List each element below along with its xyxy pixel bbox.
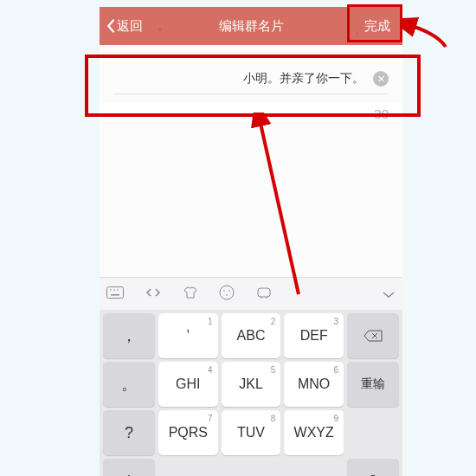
key-wxyz[interactable]: 9WXYZ (284, 410, 344, 455)
key-question[interactable]: ? (103, 410, 155, 455)
svg-rect-4 (111, 294, 119, 296)
nickname-input[interactable] (113, 72, 373, 86)
annotation-arrow-1 (402, 12, 454, 55)
page-title: 编辑群名片 (219, 18, 284, 35)
svg-point-1 (110, 289, 112, 291)
keyboard: ， 1' 2ABC 3DEF 。 4GHI 5JKL 6MNO 重输 ? 7PQ… (100, 310, 402, 476)
key-def[interactable]: 3DEF (284, 313, 344, 358)
svg-rect-0 (107, 286, 124, 298)
key-apostrophe[interactable]: 1' (158, 313, 218, 358)
key-zero[interactable]: 0 (347, 459, 399, 476)
code-icon[interactable] (145, 286, 162, 302)
svg-point-2 (113, 289, 115, 291)
key-period[interactable]: 。 (103, 362, 155, 407)
key-comma[interactable]: ， (103, 313, 155, 358)
key-jkl[interactable]: 5JKL (222, 362, 281, 407)
svg-point-6 (223, 290, 225, 292)
key-abc[interactable]: 2ABC (222, 313, 281, 358)
keyboard-icon[interactable] (106, 286, 124, 302)
svg-point-8 (226, 294, 228, 296)
input-area: ✕ (100, 45, 402, 103)
key-mno[interactable]: 6MNO (284, 362, 344, 407)
back-button[interactable]: 返回 (100, 18, 143, 35)
key-retype[interactable]: 重输 (347, 362, 399, 407)
phone-screen: 返回 编辑群名片 完成 ✕ 30 ， 1' 2ABC 3DEF 。 4GHI (100, 7, 402, 476)
key-pqrs[interactable]: 7PQRS (158, 410, 218, 455)
voice-icon[interactable] (255, 286, 273, 303)
back-label: 返回 (117, 18, 143, 35)
clear-icon[interactable]: ✕ (373, 71, 389, 87)
char-counter: 30 (100, 103, 402, 121)
svg-point-5 (220, 286, 234, 299)
collapse-icon[interactable] (382, 286, 396, 302)
svg-point-3 (117, 289, 119, 291)
svg-point-7 (228, 290, 230, 292)
done-button[interactable]: 完成 (352, 7, 402, 45)
emoji-icon[interactable] (219, 285, 235, 304)
keyboard-toolbar (100, 277, 402, 310)
content-spacer (100, 121, 402, 277)
header-bar: 返回 编辑群名片 完成 (100, 7, 402, 45)
key-tuv[interactable]: 8TUV (222, 410, 281, 455)
key-backspace[interactable] (347, 313, 399, 358)
input-row: ✕ (113, 71, 389, 94)
key-ghi[interactable]: 4GHI (158, 362, 218, 407)
key-exclaim[interactable]: ! (103, 459, 155, 476)
shirt-icon[interactable] (183, 286, 198, 303)
